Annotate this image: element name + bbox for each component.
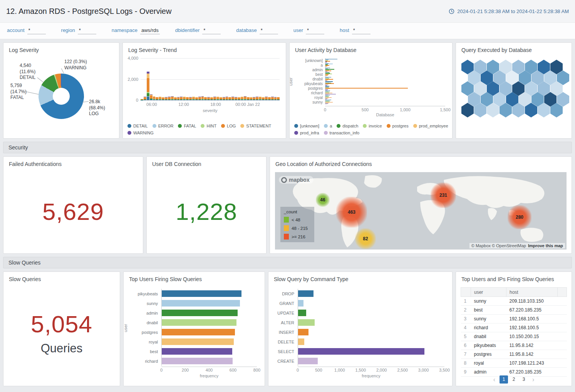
table-row[interactable]: 4richard192.168.100.5 <box>461 323 567 332</box>
trend-bar[interactable] <box>156 58 158 100</box>
trend-bar[interactable] <box>180 58 183 100</box>
trend-bar[interactable] <box>253 58 255 100</box>
legend-item[interactable]: STATEMENT <box>240 124 271 128</box>
trend-bar[interactable] <box>274 58 277 100</box>
trend-bar[interactable] <box>150 58 153 100</box>
trend-bar[interactable] <box>186 58 189 100</box>
legend-item[interactable]: ERROR <box>153 124 174 128</box>
trend-bar[interactable] <box>231 58 234 100</box>
trend-bar[interactable] <box>238 58 240 100</box>
prev-page-button[interactable]: ‹ <box>491 376 498 383</box>
legend-item[interactable]: FATAL <box>178 124 196 128</box>
bar[interactable] <box>298 319 315 326</box>
bar[interactable] <box>161 319 236 326</box>
page-button[interactable]: 3 <box>520 375 528 384</box>
improve-map-link[interactable]: Improve this map <box>528 243 563 248</box>
trend-bar[interactable] <box>189 58 192 100</box>
bar[interactable] <box>161 300 240 307</box>
trend-bar[interactable] <box>171 58 174 100</box>
trend-bar[interactable] <box>204 58 207 100</box>
legend-item[interactable]: prod_infra <box>294 131 319 135</box>
table-row[interactable]: 5dnabil10.150.200.15 <box>461 332 567 341</box>
map-marker[interactable]: 231 <box>431 183 456 208</box>
map-marker[interactable]: 82 <box>355 228 376 249</box>
trend-bar[interactable] <box>271 58 274 100</box>
trend-bar[interactable] <box>241 58 243 100</box>
col-index[interactable] <box>461 288 471 297</box>
table-row[interactable]: 1sunny209.118.103.150 <box>461 297 567 306</box>
time-range-picker[interactable]: 2024-01-21 5:28:38 AM to 2024-01-22 5:28… <box>449 8 569 14</box>
bar[interactable] <box>161 329 235 335</box>
trend-bar[interactable] <box>168 58 171 100</box>
bar[interactable] <box>161 348 232 355</box>
section-security[interactable]: Security <box>3 142 572 153</box>
trend-bar[interactable] <box>244 58 246 100</box>
db-bar[interactable] <box>325 62 327 62</box>
legend-item[interactable]: LOG <box>221 124 236 128</box>
bar[interactable] <box>298 358 318 364</box>
trend-bar[interactable] <box>201 58 204 100</box>
bar[interactable] <box>298 290 313 297</box>
page-button[interactable]: 1 <box>500 375 508 384</box>
trend-bar[interactable] <box>141 58 143 100</box>
table-row[interactable]: 2best67.220.185.235 <box>461 306 567 315</box>
table-row[interactable]: 6pikyubeats11.95.8.142 <box>461 341 567 350</box>
db-bar[interactable] <box>325 104 327 104</box>
trend-bar[interactable] <box>226 58 228 100</box>
geo-map[interactable]: mapbox _count < 4848 - 215>= 216 © Mapbo… <box>275 172 567 250</box>
legend-item[interactable]: HINT <box>201 124 216 128</box>
trend-bar[interactable] <box>250 58 253 100</box>
legend-item[interactable]: WARNING <box>127 131 154 135</box>
trend-bar[interactable] <box>262 58 265 100</box>
bar[interactable] <box>298 338 304 345</box>
page-button[interactable]: 2 <box>510 375 518 384</box>
filter-database[interactable]: database* <box>236 27 278 34</box>
trend-bar[interactable] <box>159 58 161 100</box>
filter-region[interactable]: region* <box>61 27 96 34</box>
trend-bar[interactable] <box>144 58 146 100</box>
trend-bar[interactable] <box>216 58 219 100</box>
bar[interactable] <box>298 329 308 335</box>
db-bar[interactable] <box>325 88 408 88</box>
trend-bar[interactable] <box>165 58 168 100</box>
table-row[interactable]: 7postgres11.95.8.142 <box>461 350 567 359</box>
trend-bar[interactable] <box>220 58 222 100</box>
filter-dbidentifier[interactable]: dbidentifier* <box>175 27 221 34</box>
trend-bar[interactable] <box>277 58 280 100</box>
legend-item[interactable]: [unknown] <box>294 124 319 128</box>
filter-user[interactable]: user* <box>293 27 324 34</box>
legend-item[interactable]: DETAIL <box>127 124 148 128</box>
legend-item[interactable]: invoice <box>363 124 382 128</box>
map-marker[interactable]: 280 <box>508 205 531 229</box>
trend-bar[interactable] <box>265 58 268 100</box>
bar[interactable] <box>161 358 233 364</box>
map-marker[interactable]: 46 <box>316 193 330 207</box>
trend-bar[interactable] <box>153 58 156 100</box>
legend-item[interactable]: dispatch <box>337 124 358 128</box>
trend-bar[interactable] <box>147 58 149 100</box>
trend-bar[interactable] <box>177 58 180 100</box>
mapbox-logo[interactable]: mapbox <box>279 176 313 184</box>
filter-namespace[interactable]: namespaceaws/rds <box>112 27 160 34</box>
log-severity-donut[interactable] <box>39 74 84 119</box>
filter-host[interactable]: host* <box>340 27 370 34</box>
trend-bar[interactable] <box>183 58 186 100</box>
legend-item[interactable]: prod_employee <box>413 124 448 128</box>
map-marker[interactable]: 463 <box>336 197 367 228</box>
trend-bar[interactable] <box>213 58 216 100</box>
table-row[interactable]: 8royal107.198.121.243 <box>461 359 567 368</box>
legend-item[interactable]: a <box>324 124 332 128</box>
trend-bar[interactable] <box>195 58 198 100</box>
trend-bar[interactable] <box>192 58 195 100</box>
next-page-button[interactable]: › <box>530 376 537 383</box>
trend-bar[interactable] <box>198 58 201 100</box>
table-row[interactable]: 3sunny192.168.100.5 <box>461 315 567 323</box>
trend-bar[interactable] <box>210 58 213 100</box>
filter-account[interactable]: account* <box>7 27 46 34</box>
trend-bar[interactable] <box>247 58 250 100</box>
trend-bar[interactable] <box>235 58 237 100</box>
trend-bar[interactable] <box>256 58 258 100</box>
bar[interactable] <box>161 338 234 345</box>
trend-bar[interactable] <box>223 58 225 100</box>
trend-bar[interactable] <box>207 58 210 100</box>
